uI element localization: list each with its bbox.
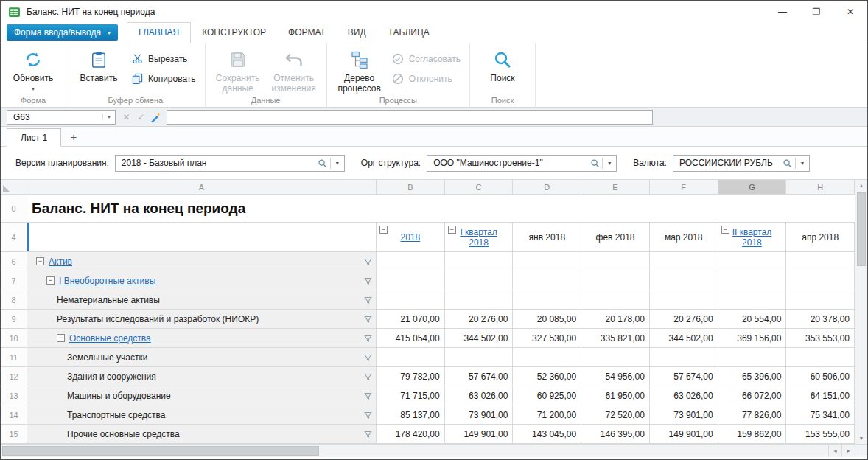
value-cell[interactable]: 60 925,00 xyxy=(513,386,581,405)
row-label-cell[interactable]: Здания и сооружения xyxy=(27,367,377,386)
header-cell-c[interactable]: −I квартал 2018 xyxy=(445,223,514,252)
value-cell[interactable] xyxy=(377,252,445,271)
copy-button[interactable]: Копировать xyxy=(127,72,200,86)
confirm-entry-icon[interactable]: ✓ xyxy=(135,112,147,122)
value-cell[interactable] xyxy=(581,290,650,310)
row-number[interactable]: 10 xyxy=(1,329,27,348)
value-cell[interactable] xyxy=(786,252,855,271)
value-cell[interactable]: 327 530,00 xyxy=(513,329,581,348)
value-cell[interactable] xyxy=(445,290,514,310)
filter-icon[interactable] xyxy=(364,334,372,342)
row-number[interactable]: 7 xyxy=(1,271,27,290)
filter-icon[interactable] xyxy=(364,296,372,304)
sheet-tab-list1[interactable]: Лист 1 xyxy=(7,128,61,147)
value-cell[interactable]: 369 156,00 xyxy=(718,329,787,348)
value-cell[interactable]: 73 901,00 xyxy=(650,405,718,425)
currency-combo[interactable]: РОССИЙСКИЙ РУБЛЬ ▾ xyxy=(673,155,810,172)
value-cell[interactable]: 75 341,00 xyxy=(786,405,855,425)
vertical-scrollbar-thumb[interactable] xyxy=(857,192,866,266)
row-number[interactable]: 0 xyxy=(1,195,27,223)
collapse-icon[interactable]: − xyxy=(46,276,55,285)
row-label-cell[interactable]: −I Внеоборотные активы xyxy=(27,271,377,290)
value-cell[interactable]: 178 420,00 xyxy=(377,425,445,444)
value-cell[interactable]: 64 151,00 xyxy=(786,386,855,405)
column-header-d[interactable]: D xyxy=(513,180,581,195)
value-cell[interactable]: 72 520,00 xyxy=(581,405,650,425)
save-data-button[interactable]: Сохранить данные xyxy=(210,46,266,94)
row-label-cell[interactable]: Нематериальные активы xyxy=(27,290,377,310)
header-cell-d[interactable]: янв 2018 xyxy=(513,223,581,252)
header-cell-f[interactable]: мар 2018 xyxy=(650,223,718,252)
value-cell[interactable]: 61 950,00 xyxy=(581,386,650,405)
value-cell[interactable]: 20 378,00 xyxy=(786,310,855,329)
planning-version-combo[interactable]: 2018 - Базовый план ▾ xyxy=(115,155,345,172)
search-button[interactable]: Поиск xyxy=(475,46,531,83)
value-cell[interactable] xyxy=(513,348,581,367)
value-cell[interactable]: 57 674,00 xyxy=(445,367,514,386)
scroll-up-icon[interactable]: ▲ xyxy=(855,180,867,191)
filter-icon[interactable] xyxy=(364,411,372,419)
collapse-icon[interactable]: − xyxy=(57,334,65,342)
row-label-cell[interactable]: Результаты исследований и разработок (НИ… xyxy=(27,310,377,329)
value-cell[interactable] xyxy=(445,348,514,367)
maximize-button[interactable]: ❐ xyxy=(799,1,833,23)
row-label-cell[interactable]: −Основные средства xyxy=(27,329,377,348)
value-cell[interactable]: 66 072,00 xyxy=(718,386,787,405)
value-cell[interactable]: 57 674,00 xyxy=(650,367,718,386)
ribbon-tab-1[interactable]: КОНСТРУКТОР xyxy=(191,23,277,43)
value-cell[interactable]: 65 396,00 xyxy=(718,367,787,386)
value-cell[interactable]: 344 502,00 xyxy=(445,329,514,348)
row-label-cell[interactable]: Транспортные средства xyxy=(27,405,377,425)
filter-icon[interactable] xyxy=(364,257,372,265)
value-cell[interactable]: 77 826,00 xyxy=(718,405,787,425)
header-cell-h[interactable]: апр 2018 xyxy=(786,223,855,252)
formula-wizard-icon[interactable] xyxy=(150,111,162,122)
filter-icon[interactable] xyxy=(364,276,372,285)
refresh-button[interactable]: Обновить ▾ xyxy=(5,46,61,94)
value-cell[interactable] xyxy=(718,348,787,367)
value-cell[interactable] xyxy=(581,348,650,367)
value-cell[interactable] xyxy=(650,348,718,367)
row-label-cell[interactable]: Машины и оборудование xyxy=(27,386,377,405)
value-cell[interactable]: 79 782,00 xyxy=(377,367,445,386)
row-label[interactable]: I Внеоборотные активы xyxy=(59,276,155,286)
close-button[interactable]: ✕ xyxy=(833,1,867,23)
value-cell[interactable] xyxy=(718,290,787,310)
chevron-down-icon[interactable]: ▾ xyxy=(796,160,809,167)
header-cell-g[interactable]: −II квартал 2018 xyxy=(718,223,787,252)
scroll-left-icon[interactable]: ◄ xyxy=(828,445,841,457)
row-number[interactable]: 15 xyxy=(1,425,27,444)
filter-icon[interactable] xyxy=(364,353,372,361)
period-label[interactable]: II квартал 2018 xyxy=(725,227,778,248)
value-cell[interactable] xyxy=(513,271,581,290)
scroll-right-icon[interactable]: ► xyxy=(841,445,855,457)
value-cell[interactable]: 153 555,00 xyxy=(786,425,855,444)
value-cell[interactable]: 159 862,00 xyxy=(718,425,787,444)
value-cell[interactable] xyxy=(513,252,581,271)
column-header-g[interactable]: G xyxy=(718,180,787,195)
ribbon-tab-4[interactable]: ТАБЛИЦА xyxy=(377,23,441,43)
row-label[interactable]: Актив xyxy=(49,257,72,267)
row-number[interactable]: 6 xyxy=(1,252,27,271)
filter-icon[interactable] xyxy=(364,315,372,323)
value-cell[interactable]: 415 054,00 xyxy=(377,329,445,348)
ribbon-tab-3[interactable]: ВИД xyxy=(337,23,377,43)
period-label[interactable]: I квартал 2018 xyxy=(452,227,505,248)
value-cell[interactable] xyxy=(377,290,445,310)
value-cell[interactable] xyxy=(718,271,787,290)
horizontal-scrollbar-track[interactable] xyxy=(1,445,828,457)
add-sheet-button[interactable]: + xyxy=(61,128,86,146)
value-cell[interactable] xyxy=(718,252,787,271)
value-cell[interactable] xyxy=(445,271,514,290)
collapse-icon[interactable]: − xyxy=(36,257,44,265)
value-cell[interactable]: 143 045,00 xyxy=(513,425,581,444)
row-number[interactable]: 9 xyxy=(1,310,27,329)
reject-button[interactable]: Отклонить xyxy=(388,72,465,86)
header-cell-e[interactable]: фев 2018 xyxy=(581,223,650,252)
cut-button[interactable]: Вырезать xyxy=(127,52,200,66)
row-number[interactable]: 14 xyxy=(1,405,27,425)
column-header-f[interactable]: F xyxy=(650,180,718,195)
value-cell[interactable]: 71 715,00 xyxy=(377,386,445,405)
form-io-menu-button[interactable]: Форма ввода/вывода ▾ xyxy=(7,24,118,41)
value-cell[interactable] xyxy=(786,271,855,290)
